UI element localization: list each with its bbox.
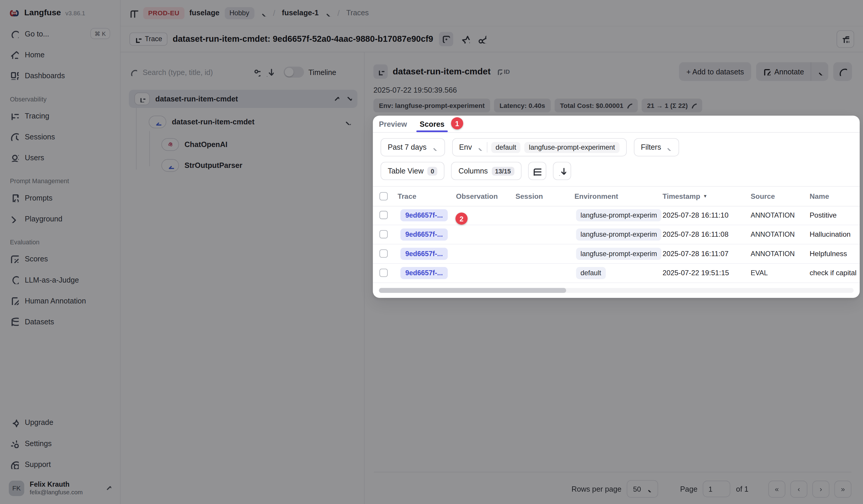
row-checkbox[interactable] [379, 211, 388, 219]
tree-node-root[interactable]: dataset-run-item-cmdet [129, 90, 358, 108]
sidebar-item-scores[interactable]: Scores [7, 251, 113, 267]
table-row[interactable]: 9ed6657f-... langfuse-prompt-experim 202… [373, 225, 860, 244]
timeline-toggle[interactable] [284, 67, 304, 78]
sidebar-item-human-annotation[interactable]: Human Annotation [7, 292, 113, 309]
prev-page-button[interactable]: ‹ [790, 480, 808, 497]
scrollbar-thumb[interactable] [379, 288, 566, 293]
col-name[interactable]: Name [810, 187, 829, 206]
sidebar-item-tracing[interactable]: Tracing [7, 107, 113, 124]
sidebar-item-users[interactable]: Users [7, 149, 113, 166]
breadcrumb-org[interactable]: fuselage [189, 9, 220, 17]
meta-badges: Env: langfuse-prompt-experiment Latency:… [373, 99, 702, 112]
annotate-dropdown-button[interactable] [811, 62, 828, 81]
col-trace[interactable]: Trace [398, 187, 416, 206]
section-observability: Observability [10, 96, 110, 102]
sidebar-item-dashboards[interactable]: Dashboards [7, 67, 113, 84]
tab-scores[interactable]: Scores [420, 116, 445, 132]
sidebar-item-upgrade[interactable]: Upgrade [7, 414, 113, 431]
last-page-button[interactable]: » [835, 480, 852, 497]
col-environment[interactable]: Environment [574, 187, 618, 206]
app-window: Langfuse v3.86.1 Go to... ⌘ K Home Dashb… [0, 0, 863, 504]
copy-id-button[interactable]: ID [496, 68, 510, 75]
download-icon [265, 68, 274, 76]
col-source[interactable]: Source [751, 187, 775, 206]
breadcrumb-project[interactable]: fuselage-1 [282, 9, 318, 17]
page-size-select[interactable]: 50 [627, 480, 658, 498]
env-value-chip[interactable]: langfuse-prompt-experiment [524, 142, 620, 153]
environment-chip: langfuse-prompt-experim [576, 228, 661, 240]
trace-id-link[interactable]: 9ed6657f-... [400, 209, 448, 221]
tab-preview[interactable]: Preview [379, 116, 407, 132]
next-page-button[interactable]: › [812, 480, 829, 497]
tree-node-parser[interactable]: StrOutputParser [162, 156, 242, 175]
org-chevron-down-icon[interactable] [259, 9, 266, 16]
span-node-icon [162, 159, 179, 172]
sidebar-spacer [7, 334, 113, 415]
timeline-label: Timeline [309, 68, 337, 76]
shortcut-badge: ⌘ K [90, 28, 110, 39]
row-timestamp: 2025-07-22 19:51:15 [662, 263, 729, 282]
tokens-badge[interactable]: 21 → 1 (Σ 22) [641, 99, 702, 112]
row-checkbox[interactable] [379, 249, 388, 257]
env-value-chip[interactable]: default [491, 142, 521, 153]
share-button[interactable] [477, 35, 486, 43]
collapse-node-chevron[interactable] [343, 117, 351, 127]
date-range-filter[interactable]: Past 7 days [380, 138, 445, 156]
tag-button[interactable] [439, 32, 453, 47]
collapse-all-icon[interactable] [344, 95, 352, 103]
first-page-button[interactable]: « [768, 480, 785, 497]
environment-chip: langfuse-prompt-experim [576, 209, 661, 221]
row-checkbox[interactable] [379, 230, 388, 238]
sidebar-item-llm-judge[interactable]: LLM-as-a-Judge [7, 272, 113, 288]
download-tree-button[interactable] [265, 68, 274, 76]
cost-badge[interactable]: Total Cost: $0.00001 [554, 99, 638, 112]
table-row[interactable]: 9ed6657f-... langfuse-prompt-experim 202… [373, 205, 860, 225]
annotate-button[interactable]: Annotate [756, 62, 811, 81]
col-observation[interactable]: Observation [456, 187, 498, 206]
sidebar-item-datasets[interactable]: Datasets [7, 313, 113, 330]
expand-all-icon[interactable] [332, 95, 339, 103]
tree-search-input[interactable] [141, 67, 247, 77]
sidebar-item-playground[interactable]: Playground [7, 210, 113, 227]
trace-id-link[interactable]: 9ed6657f-... [400, 228, 448, 240]
row-checkbox[interactable] [379, 269, 388, 277]
env-filter[interactable]: Env default langfuse-prompt-experiment [452, 138, 626, 156]
project-chevron-down-icon[interactable] [324, 9, 330, 16]
table-row[interactable]: 9ed6657f-... langfuse-prompt-experim 202… [373, 244, 860, 263]
delete-trace-button[interactable] [837, 30, 854, 48]
star-button[interactable] [461, 35, 470, 43]
col-session[interactable]: Session [516, 187, 543, 206]
sidebar-item-home[interactable]: Home [7, 46, 113, 63]
tree-node-span[interactable]: dataset-run-item-cmdet [149, 113, 351, 131]
table-view-button[interactable]: Table View 0 [380, 162, 445, 180]
comments-button[interactable] [833, 62, 852, 81]
panel-left-toggle[interactable] [129, 9, 138, 17]
row-name: Postitive [810, 205, 837, 225]
sidebar-item-settings[interactable]: Settings [7, 435, 113, 452]
sidebar-item-prompts[interactable]: Prompts [7, 189, 113, 206]
col-timestamp[interactable]: Timestamp ▼ [662, 187, 707, 206]
select-all-checkbox[interactable] [379, 192, 388, 200]
trace-id-link[interactable]: 9ed6657f-... [400, 267, 448, 279]
filters-button[interactable]: Filters [634, 138, 679, 156]
page-number-input[interactable] [703, 481, 730, 497]
user-menu[interactable]: FK Felix Krauth felix@langfuse.com [7, 477, 113, 499]
sidebar-item-support[interactable]: Support [7, 456, 113, 473]
list-tree-icon [10, 111, 19, 120]
add-to-datasets-button[interactable]: + Add to datasets [679, 62, 751, 81]
export-button[interactable] [553, 162, 571, 180]
tree-node-generation[interactable]: ChatOpenAI [162, 136, 228, 154]
chevron-down-icon [816, 68, 823, 75]
annotate-split-button: Annotate [756, 62, 828, 81]
trace-type-badge[interactable]: Trace [129, 32, 167, 46]
columns-button[interactable]: Columns 13/15 [451, 162, 521, 180]
table-row[interactable]: 9ed6657f-... default 2025-07-22 19:51:15… [373, 263, 860, 283]
goto-search[interactable]: Go to... ⌘ K [7, 25, 113, 42]
plan-badge[interactable]: Hobby [224, 7, 254, 19]
tree-guide-line [149, 131, 150, 166]
view-settings-button[interactable] [252, 68, 261, 76]
trace-id-link[interactable]: 9ed6657f-... [400, 248, 448, 260]
row-height-button[interactable] [528, 162, 546, 180]
horizontal-scrollbar[interactable] [379, 288, 854, 293]
sidebar-item-sessions[interactable]: Sessions [7, 128, 113, 145]
